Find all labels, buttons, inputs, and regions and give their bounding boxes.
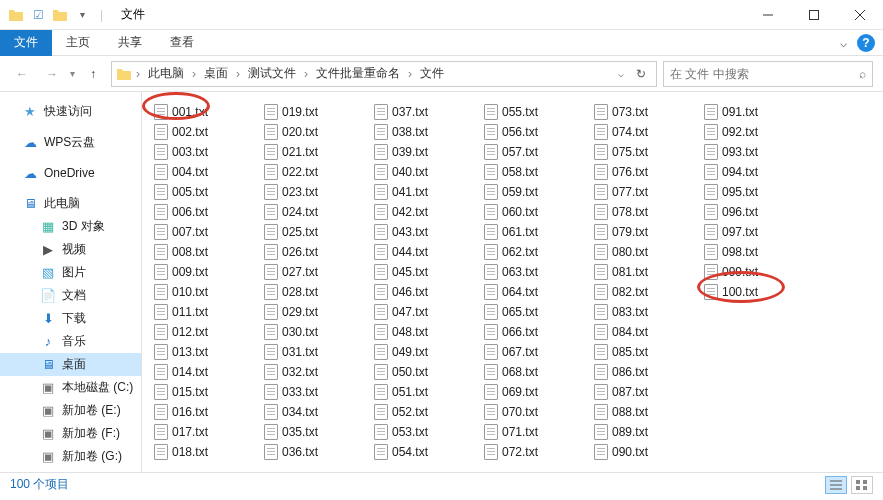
qat-dropdown-icon[interactable]: ▾ — [74, 7, 90, 23]
help-icon[interactable]: ? — [857, 34, 875, 52]
file-item[interactable]: 015.txt — [150, 382, 260, 401]
file-item[interactable]: 051.txt — [370, 382, 480, 401]
file-item[interactable]: 029.txt — [260, 302, 370, 321]
search-box[interactable]: ⌕ — [663, 61, 873, 87]
up-button[interactable]: ↑ — [81, 62, 105, 86]
file-item[interactable]: 054.txt — [370, 442, 480, 461]
sidebar-item[interactable]: ▣新加卷 (E:) — [0, 399, 141, 422]
crumb-batch[interactable]: 文件批量重命名 — [312, 63, 404, 84]
file-item[interactable]: 013.txt — [150, 342, 260, 361]
file-item[interactable]: 040.txt — [370, 162, 480, 181]
file-item[interactable]: 010.txt — [150, 282, 260, 301]
file-item[interactable]: 034.txt — [260, 402, 370, 421]
crumb-files[interactable]: 文件 — [416, 63, 448, 84]
file-item[interactable]: 021.txt — [260, 142, 370, 161]
sidebar-item[interactable]: ▧图片 — [0, 261, 141, 284]
file-item[interactable]: 097.txt — [700, 222, 810, 241]
file-item[interactable]: 043.txt — [370, 222, 480, 241]
sidebar-item[interactable]: ▣新加卷 (F:) — [0, 422, 141, 445]
file-item[interactable]: 084.txt — [590, 322, 700, 341]
ribbon-tab-share[interactable]: 共享 — [104, 30, 156, 56]
file-item[interactable]: 052.txt — [370, 402, 480, 421]
file-item[interactable]: 019.txt — [260, 102, 370, 121]
file-item[interactable]: 045.txt — [370, 262, 480, 281]
file-item[interactable]: 055.txt — [480, 102, 590, 121]
file-item[interactable]: 047.txt — [370, 302, 480, 321]
ribbon-tab-home[interactable]: 主页 — [52, 30, 104, 56]
file-item[interactable]: 025.txt — [260, 222, 370, 241]
file-item[interactable]: 035.txt — [260, 422, 370, 441]
file-item[interactable]: 095.txt — [700, 182, 810, 201]
file-item[interactable]: 068.txt — [480, 362, 590, 381]
file-item[interactable]: 042.txt — [370, 202, 480, 221]
file-item[interactable]: 033.txt — [260, 382, 370, 401]
chevron-right-icon[interactable]: › — [406, 67, 414, 81]
file-list-pane[interactable]: 001.txt002.txt003.txt004.txt005.txt006.t… — [142, 92, 883, 472]
crumb-thispc[interactable]: 此电脑 — [144, 63, 188, 84]
file-item[interactable]: 074.txt — [590, 122, 700, 141]
file-item[interactable]: 037.txt — [370, 102, 480, 121]
close-button[interactable] — [837, 0, 883, 30]
file-item[interactable]: 062.txt — [480, 242, 590, 261]
qat-folder-icon[interactable] — [52, 7, 68, 23]
file-item[interactable]: 060.txt — [480, 202, 590, 221]
file-item[interactable]: 027.txt — [260, 262, 370, 281]
file-item[interactable]: 001.txt — [150, 102, 260, 121]
file-item[interactable]: 018.txt — [150, 442, 260, 461]
file-item[interactable]: 020.txt — [260, 122, 370, 141]
file-item[interactable]: 090.txt — [590, 442, 700, 461]
sidebar-item[interactable]: ⬇下载 — [0, 307, 141, 330]
file-item[interactable]: 022.txt — [260, 162, 370, 181]
minimize-button[interactable] — [745, 0, 791, 30]
chevron-right-icon[interactable]: › — [190, 67, 198, 81]
file-item[interactable]: 100.txt — [700, 282, 810, 301]
file-item[interactable]: 005.txt — [150, 182, 260, 201]
qat-properties-icon[interactable]: ☑ — [30, 7, 46, 23]
ribbon-file-tab[interactable]: 文件 — [0, 30, 52, 56]
file-item[interactable]: 071.txt — [480, 422, 590, 441]
file-item[interactable]: 017.txt — [150, 422, 260, 441]
file-item[interactable]: 004.txt — [150, 162, 260, 181]
file-item[interactable]: 039.txt — [370, 142, 480, 161]
address-dropdown-icon[interactable]: ⌵ — [618, 68, 624, 79]
sidebar-thispc[interactable]: 🖥此电脑 — [0, 192, 141, 215]
file-item[interactable]: 059.txt — [480, 182, 590, 201]
file-item[interactable]: 070.txt — [480, 402, 590, 421]
file-item[interactable]: 088.txt — [590, 402, 700, 421]
icons-view-button[interactable] — [851, 476, 873, 494]
file-item[interactable]: 058.txt — [480, 162, 590, 181]
file-item[interactable]: 041.txt — [370, 182, 480, 201]
file-item[interactable]: 091.txt — [700, 102, 810, 121]
file-item[interactable]: 086.txt — [590, 362, 700, 381]
file-item[interactable]: 063.txt — [480, 262, 590, 281]
chevron-right-icon[interactable]: › — [134, 67, 142, 81]
search-input[interactable] — [670, 67, 859, 81]
file-item[interactable]: 006.txt — [150, 202, 260, 221]
chevron-right-icon[interactable]: › — [234, 67, 242, 81]
file-item[interactable]: 085.txt — [590, 342, 700, 361]
file-item[interactable]: 057.txt — [480, 142, 590, 161]
sidebar-item[interactable]: ▦3D 对象 — [0, 215, 141, 238]
file-item[interactable]: 092.txt — [700, 122, 810, 141]
file-item[interactable]: 046.txt — [370, 282, 480, 301]
file-item[interactable]: 075.txt — [590, 142, 700, 161]
file-item[interactable]: 080.txt — [590, 242, 700, 261]
file-item[interactable]: 050.txt — [370, 362, 480, 381]
file-item[interactable]: 002.txt — [150, 122, 260, 141]
sidebar-item[interactable]: 📄文档 — [0, 284, 141, 307]
file-item[interactable]: 038.txt — [370, 122, 480, 141]
file-item[interactable]: 014.txt — [150, 362, 260, 381]
file-item[interactable]: 036.txt — [260, 442, 370, 461]
sidebar-item[interactable]: ▣本地磁盘 (C:) — [0, 376, 141, 399]
file-item[interactable]: 067.txt — [480, 342, 590, 361]
file-item[interactable]: 076.txt — [590, 162, 700, 181]
forward-button[interactable]: → — [40, 62, 64, 86]
file-item[interactable]: 023.txt — [260, 182, 370, 201]
file-item[interactable]: 066.txt — [480, 322, 590, 341]
maximize-button[interactable] — [791, 0, 837, 30]
file-item[interactable]: 069.txt — [480, 382, 590, 401]
file-item[interactable]: 082.txt — [590, 282, 700, 301]
file-item[interactable]: 098.txt — [700, 242, 810, 261]
file-item[interactable]: 044.txt — [370, 242, 480, 261]
chevron-right-icon[interactable]: › — [302, 67, 310, 81]
